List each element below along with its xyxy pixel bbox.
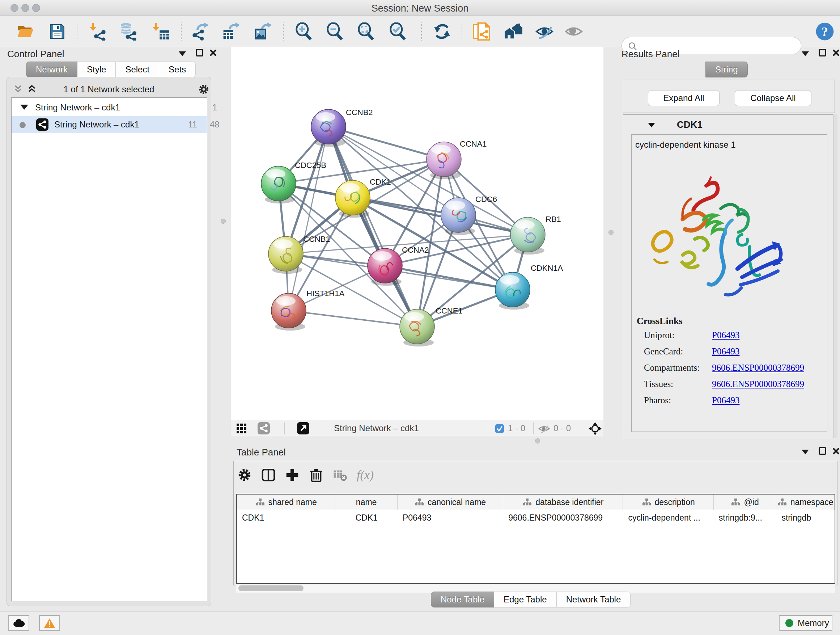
network-node-CDC6[interactable]: [441, 198, 476, 235]
table-cell[interactable]: stringdb: [776, 510, 835, 526]
network-node-CDKN1A[interactable]: [495, 272, 530, 310]
crosslink-value-link[interactable]: P06493: [712, 330, 739, 340]
node-label-CCNA1: CCNA1: [460, 139, 487, 149]
cloud-button[interactable]: [8, 615, 29, 631]
network-collection-row[interactable]: String Network – cdk1 1: [11, 99, 207, 116]
eye-icon[interactable]: [564, 21, 584, 42]
selected-checkbox-icon[interactable]: [495, 424, 504, 433]
open-in-window-button[interactable]: [297, 422, 309, 434]
help-icon[interactable]: ?: [815, 21, 835, 42]
network-row[interactable]: String Network – cdk1 11 48: [11, 116, 207, 133]
network-node-CDK1[interactable]: [335, 180, 370, 218]
warnings-button[interactable]: [39, 615, 60, 631]
tab-select[interactable]: Select: [116, 62, 159, 78]
crosslink-value-link[interactable]: P06493: [712, 347, 739, 356]
tab-network[interactable]: Network: [26, 62, 77, 78]
import-network-from-database-icon[interactable]: [118, 21, 139, 42]
tab-network-table[interactable]: Network Table: [557, 592, 631, 608]
horizontal-splitter-handle[interactable]: [535, 439, 540, 443]
table-cell[interactable]: stringdb:9...: [714, 510, 777, 526]
network-selection-bar: 1 of 1 Network selected: [7, 83, 211, 96]
column-header-database-identifier[interactable]: database identifier: [503, 494, 623, 510]
network-type-button[interactable]: [257, 422, 270, 434]
network-node-CCNB1[interactable]: [268, 236, 303, 274]
column-header-canonical-name[interactable]: canonical name: [398, 494, 503, 510]
gear-icon[interactable]: [198, 84, 210, 95]
table-cell[interactable]: cyclin-dependent ...: [623, 510, 714, 526]
table-row[interactable]: CDK1CDK1P064939606.ENSP00000378699cyclin…: [237, 510, 835, 526]
panel-collapse-icon[interactable]: [802, 51, 809, 56]
expand-all-button[interactable]: Expand All: [648, 90, 720, 106]
memory-button[interactable]: Memory: [779, 615, 832, 631]
network-node-HIST1H1A[interactable]: [271, 293, 306, 331]
add-column-icon[interactable]: [285, 468, 300, 482]
panel-float-icon[interactable]: [819, 49, 826, 57]
table-cell[interactable]: CDK1: [237, 510, 335, 526]
network-node-CCNA1[interactable]: [426, 142, 461, 179]
zoom-in-icon[interactable]: [294, 21, 314, 42]
network-canvas[interactable]: CCNB2CCNA1CDC25BCDK1CDC6RB1CCNB1CCNA2CDK…: [231, 47, 603, 420]
network-edge-CCNB2-CCNA1[interactable]: [328, 127, 444, 159]
import-table-icon[interactable]: [151, 21, 172, 42]
results-scrollbar[interactable]: [833, 114, 837, 438]
item-expander-icon[interactable]: [648, 123, 655, 127]
clone-network-icon[interactable]: [471, 21, 492, 42]
right-splitter-handle[interactable]: [608, 230, 614, 235]
hidden-eye-slash-icon[interactable]: [538, 424, 550, 434]
show-columns-icon[interactable]: [261, 468, 276, 482]
table-cell[interactable]: 9606.ENSP00000378699: [503, 510, 623, 526]
column-header-name[interactable]: name: [335, 494, 398, 510]
panel-close-icon[interactable]: [832, 447, 840, 455]
network-node-CCNB2[interactable]: [311, 109, 346, 147]
panel-collapse-icon[interactable]: [179, 51, 186, 56]
export-network-icon[interactable]: [189, 21, 210, 42]
collapse-all-button[interactable]: Collapse All: [735, 90, 812, 106]
tree-column-icon: [777, 498, 787, 506]
network-edge-CCNB2-HIST1H1A[interactable]: [289, 127, 328, 310]
export-table-icon[interactable]: [221, 21, 241, 42]
column-header-namespace[interactable]: namespace: [776, 494, 835, 510]
table-cell[interactable]: P06493: [398, 510, 503, 526]
zoom-fit-icon[interactable]: [356, 21, 376, 42]
tab-string[interactable]: String: [706, 62, 748, 78]
left-splitter-handle[interactable]: [221, 219, 226, 224]
open-session-icon[interactable]: [15, 21, 35, 42]
houses-icon[interactable]: [503, 21, 523, 42]
panel-close-icon[interactable]: [832, 49, 840, 57]
network-node-CCNE1[interactable]: [400, 309, 434, 347]
tab-sets[interactable]: Sets: [159, 62, 196, 78]
hide-unhide-icon[interactable]: [534, 21, 554, 42]
panel-close-icon[interactable]: [209, 49, 217, 57]
birdseye-grid-icon[interactable]: [236, 423, 248, 434]
tab-style[interactable]: Style: [77, 62, 116, 78]
panel-float-icon[interactable]: [196, 49, 203, 57]
column-header-shared-name[interactable]: shared name: [237, 494, 335, 510]
panel-collapse-icon[interactable]: [802, 450, 809, 454]
network-node-CCNA2[interactable]: [368, 249, 402, 286]
import-network-icon[interactable]: [88, 21, 109, 42]
column-header-description[interactable]: description: [623, 494, 714, 510]
zoom-selected-icon[interactable]: [388, 21, 408, 42]
zoom-out-icon[interactable]: [325, 21, 345, 42]
save-session-icon[interactable]: [47, 21, 67, 42]
network-node-CDC25B[interactable]: [261, 166, 296, 203]
delete-column-icon[interactable]: [309, 468, 324, 482]
crosslink-value-link[interactable]: 9606.ENSP00000378699: [712, 363, 804, 373]
crosslink-value-link[interactable]: 9606.ENSP00000378699: [712, 379, 804, 389]
panel-float-icon[interactable]: [819, 447, 826, 455]
refresh-icon[interactable]: [432, 21, 452, 42]
node-table[interactable]: shared namenamecanonical namedatabase id…: [236, 494, 835, 584]
table-cell[interactable]: CDK1: [335, 510, 398, 526]
network-edge-CCNB2-RB1[interactable]: [328, 127, 528, 234]
crosslink-value-link[interactable]: P06493: [712, 395, 739, 405]
column-header-@id[interactable]: @id: [714, 494, 777, 510]
fit-content-crosshair-icon[interactable]: [588, 422, 602, 435]
network-node-RB1[interactable]: [510, 217, 545, 255]
export-image-icon[interactable]: [253, 21, 273, 42]
tab-edge-table[interactable]: Edge Table: [494, 592, 557, 608]
table-gear-icon[interactable]: [237, 468, 252, 482]
tree-expander-icon[interactable]: [20, 105, 28, 110]
tab-node-table[interactable]: Node Table: [431, 592, 494, 608]
network-edge-HIST1H1A-CCNE1[interactable]: [289, 310, 417, 326]
hscrollbar-thumb[interactable]: [238, 585, 303, 591]
